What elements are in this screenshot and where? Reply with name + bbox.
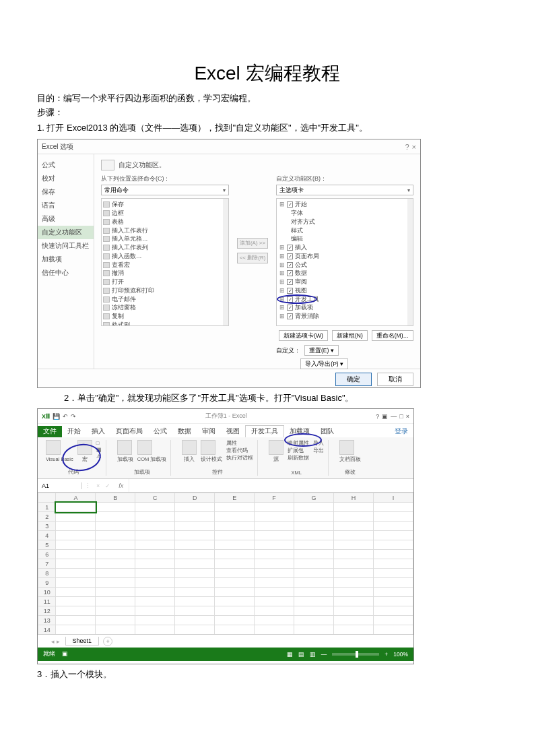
tab-team[interactable]: 团队 <box>315 426 339 437</box>
command-item[interactable]: 电子邮件 <box>103 295 227 304</box>
tab-tree-item[interactable]: ⊞✓ 开发工具 <box>278 295 411 304</box>
command-item[interactable]: 打开 <box>103 278 227 286</box>
nav-item[interactable]: 信任中心 <box>38 266 94 280</box>
macros-icon[interactable] <box>77 440 92 455</box>
new-tab-button[interactable]: 新建选项卡(W) <box>279 330 328 341</box>
tab-tree-item[interactable]: ⊞✓ 开始 <box>278 200 411 209</box>
tab-file[interactable]: 文件 <box>38 426 62 437</box>
source-icon[interactable] <box>269 440 283 455</box>
viewcode-option[interactable]: 查看代码 <box>226 447 253 454</box>
scrollbar[interactable] <box>223 199 228 325</box>
tab-developer[interactable]: 开发工具 <box>245 425 284 437</box>
zoom-level[interactable]: 100% <box>393 651 408 658</box>
command-item[interactable]: 插入工作表行 <box>103 226 227 235</box>
com-addins-icon[interactable] <box>137 440 152 455</box>
close-icon[interactable]: × <box>406 413 409 420</box>
help-icon[interactable]: ? <box>376 413 379 420</box>
properties-option[interactable]: 属性 <box>226 440 253 447</box>
nav-item-selected[interactable]: 自定义功能区 <box>38 226 94 239</box>
fx-icon[interactable]: fx <box>113 482 129 489</box>
save-icon[interactable]: 💾 <box>53 413 60 420</box>
rundialog-option[interactable]: 执行对话框 <box>226 455 253 462</box>
command-item[interactable]: 格式刷 <box>103 321 227 327</box>
command-item[interactable]: 冻结窗格 <box>103 303 227 312</box>
command-item[interactable]: 保存 <box>103 200 227 209</box>
tab-home[interactable]: 开始 <box>62 426 86 437</box>
cancel-button[interactable]: 取消 <box>377 373 413 386</box>
nav-item[interactable]: 保存 <box>38 185 94 199</box>
tab-formula[interactable]: 公式 <box>148 426 172 437</box>
add-button[interactable]: 添加(A) >> <box>237 238 268 249</box>
visual-basic-icon[interactable] <box>46 440 61 455</box>
tab-tree-item[interactable]: 样式 <box>278 226 411 235</box>
command-item[interactable]: 边框 <box>103 209 227 218</box>
tab-view[interactable]: 视图 <box>221 426 245 437</box>
expand-option[interactable]: 扩展包 <box>288 447 309 454</box>
command-item[interactable]: 打印预览和打印 <box>103 286 227 295</box>
signin-link[interactable]: 登录 <box>389 426 413 437</box>
tab-tree-item[interactable]: ⊞✓ 视图 <box>278 286 411 295</box>
commands-list[interactable]: 保存边框表格插入工作表行插入单元格…插入工作表列插入函数…查看宏撤消打开打印预览… <box>101 198 229 326</box>
new-group-button[interactable]: 新建组(N) <box>332 330 368 341</box>
map-option[interactable]: 映射属性 <box>288 440 309 447</box>
refresh-option[interactable]: 刷新数据 <box>288 455 309 462</box>
command-item[interactable]: 插入工作表列 <box>103 243 227 252</box>
undo-icon[interactable]: ↶ <box>63 413 68 420</box>
addins-icon[interactable] <box>117 440 132 455</box>
import-option[interactable]: 导入 <box>313 440 324 447</box>
tab-addins[interactable]: 加载项 <box>284 426 315 437</box>
nav-item[interactable]: 校对 <box>38 172 94 185</box>
tab-tree-item[interactable]: ⊞✓ 公式 <box>278 261 411 270</box>
right-tabs-select[interactable]: 主选项卡 ▾ <box>276 185 413 195</box>
left-commands-select[interactable]: 常用命令 ▾ <box>101 185 229 195</box>
tab-tree-item[interactable]: ⊞✓ 数据 <box>278 269 411 278</box>
rename-button[interactable]: 重命名(M)… <box>372 330 413 341</box>
remove-button[interactable]: << 删除(R) <box>237 253 268 263</box>
macro-record-icon[interactable]: ▣ <box>62 650 68 657</box>
tab-insert[interactable]: 插入 <box>86 426 110 437</box>
nav-item[interactable]: 高级 <box>38 212 94 226</box>
docpanel-icon[interactable] <box>339 440 354 455</box>
name-box[interactable]: A1 <box>38 482 82 489</box>
nav-item[interactable]: 快速访问工具栏 <box>38 239 94 253</box>
tab-review[interactable]: 审阅 <box>197 426 221 437</box>
tab-data[interactable]: 数据 <box>172 426 197 437</box>
export-option[interactable]: 导出 <box>313 447 324 454</box>
redo-icon[interactable]: ↷ <box>71 413 76 420</box>
tab-tree-item[interactable]: ⊞✓ 加载项 <box>278 303 411 312</box>
tab-tree-item[interactable]: ⊞✓ 插入 <box>278 243 411 252</box>
formula-bar[interactable] <box>129 479 413 492</box>
zoom-slider[interactable] <box>332 653 379 656</box>
tab-tree-item[interactable]: 编辑 <box>278 234 411 243</box>
help-icon[interactable]: ? <box>405 143 409 151</box>
command-item[interactable]: 查看宏 <box>103 261 227 270</box>
ok-button[interactable]: 确定 <box>335 373 372 386</box>
import-export-button[interactable]: 导入/导出(P) ▾ <box>300 358 348 369</box>
command-item[interactable]: 复制 <box>103 312 227 321</box>
tab-tree-item[interactable]: ⊞✓ 背景消除 <box>278 312 411 321</box>
tab-tree-item[interactable]: 字体 <box>278 209 411 218</box>
tab-tree-item[interactable]: ⊞✓ 页面布局 <box>278 252 411 261</box>
reset-button[interactable]: 重置(E) ▾ <box>304 345 339 356</box>
worksheet-grid[interactable]: ABCDEFGHI12345678910111213141516 <box>38 493 413 634</box>
new-sheet-button[interactable]: + <box>103 637 112 646</box>
nav-item[interactable]: 公式 <box>38 158 94 172</box>
view-pagebreak-icon[interactable]: ▥ <box>310 651 316 658</box>
minimize-icon[interactable]: — <box>391 413 397 420</box>
command-item[interactable]: 表格 <box>103 218 227 226</box>
maximize-icon[interactable]: □ <box>399 413 403 420</box>
insert-control-icon[interactable] <box>182 440 197 455</box>
nav-item[interactable]: 语言 <box>38 199 94 212</box>
nav-item[interactable]: 加载项 <box>38 253 94 266</box>
view-normal-icon[interactable]: ▦ <box>287 651 293 658</box>
design-mode-icon[interactable] <box>201 440 215 455</box>
command-item[interactable]: 插入函数… <box>103 252 227 261</box>
view-layout-icon[interactable]: ▤ <box>298 651 304 658</box>
command-item[interactable]: 插入单元格… <box>103 234 227 243</box>
main-tabs-list[interactable]: ⊞✓ 开始字体对齐方式样式编辑⊞✓ 插入⊞✓ 页面布局⊞✓ 公式⊞✓ 数据⊞✓ … <box>276 198 413 326</box>
tab-tree-item[interactable]: ⊞✓ 审阅 <box>278 278 411 286</box>
sheet-tab[interactable]: Sheet1 <box>65 637 100 645</box>
close-icon[interactable]: × <box>412 143 416 151</box>
tab-layout[interactable]: 页面布局 <box>110 426 148 437</box>
tab-tree-item[interactable]: 对齐方式 <box>278 218 411 226</box>
